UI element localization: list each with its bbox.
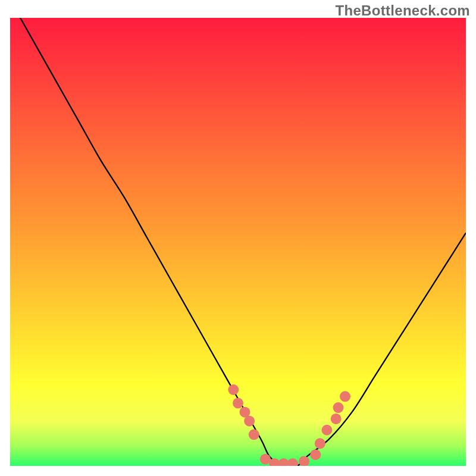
chart-svg (10, 18, 466, 466)
marker-dot (331, 414, 342, 424)
marker-dot (340, 391, 350, 402)
marker-dot (321, 425, 332, 436)
marker-dot (249, 429, 259, 440)
marker-dot (310, 449, 321, 460)
marker-dot (244, 416, 255, 427)
marker-dot (260, 454, 271, 465)
watermark-text: TheBottleneck.com (336, 2, 470, 19)
marker-dot (333, 402, 344, 413)
marker-dot (228, 384, 239, 395)
chart-plot-area (10, 18, 466, 466)
marker-dot (315, 438, 325, 449)
marker-dot (233, 398, 243, 409)
